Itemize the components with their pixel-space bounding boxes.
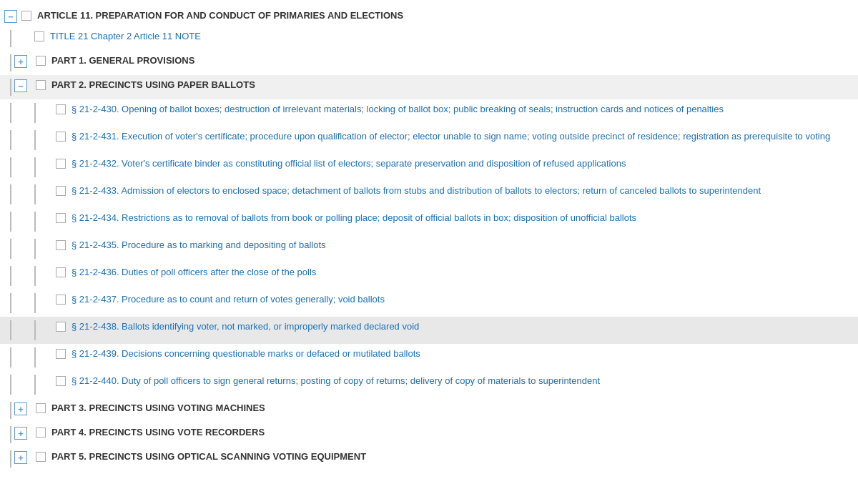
tree-container: − ARTICLE 11. PREPARATION FOR AND CONDUC… (0, 0, 858, 504)
vert-line-article (10, 30, 11, 47)
part4-row: + PART 4. PRECINCTS USING VOTE RECORDERS (0, 423, 858, 447)
s439-checkbox[interactable] (56, 349, 66, 359)
section-437-row: § 21-2-437. Procedure as to count and re… (0, 290, 858, 317)
s434-checkbox[interactable] (56, 213, 66, 223)
section-432-row: § 21-2-432. Voter's certificate binder a… (0, 154, 858, 181)
note-checkbox[interactable] (34, 31, 44, 41)
s430-label[interactable]: § 21-2-430. Opening of ballot boxes; des… (72, 103, 724, 116)
article-label: ARTICLE 11. PREPARATION FOR AND CONDUCT … (37, 9, 403, 22)
vert-line-p2 (10, 79, 11, 96)
s439-label[interactable]: § 21-2-439. Decisions concerning questio… (72, 347, 420, 360)
vert-line-p3 (10, 402, 11, 419)
vert-line-p5 (10, 450, 11, 468)
article-checkbox[interactable] (21, 11, 31, 21)
section-433-row: § 21-2-433. Admission of electors to enc… (0, 181, 858, 208)
s440-label[interactable]: § 21-2-440. Duty of poll officers to sig… (72, 375, 600, 387)
s438-label[interactable]: § 21-2-438. Ballots identifying voter, n… (72, 320, 419, 333)
s433-checkbox[interactable] (56, 186, 66, 196)
part1-checkbox[interactable] (36, 56, 46, 66)
s433-label[interactable]: § 21-2-433. Admission of electors to enc… (72, 184, 761, 197)
note-row: TITLE 21 Chapter 2 Article 11 NOTE (0, 26, 858, 51)
section-438-row: § 21-2-438. Ballots identifying voter, n… (0, 317, 858, 344)
section-434-row: § 21-2-434. Restrictions as to removal o… (0, 208, 858, 235)
part2-row: − PART 2. PRECINCTS USING PAPER BALLOTS (0, 75, 858, 99)
s436-checkbox[interactable] (56, 267, 66, 277)
s435-checkbox[interactable] (56, 240, 66, 250)
s432-label[interactable]: § 21-2-432. Voter's certificate binder a… (72, 157, 626, 170)
section-436-row: § 21-2-436. Duties of poll officers afte… (0, 262, 858, 290)
s438-checkbox[interactable] (56, 322, 66, 332)
section-431-row: § 21-2-431. Execution of voter's certifi… (0, 127, 858, 154)
s434-label[interactable]: § 21-2-434. Restrictions as to removal o… (72, 212, 636, 224)
part3-checkbox[interactable] (36, 403, 46, 413)
section-435-row: § 21-2-435. Procedure as to marking and … (0, 235, 858, 262)
s431-label[interactable]: § 21-2-431. Execution of voter's certifi… (72, 130, 830, 143)
section-430-row: § 21-2-430. Opening of ballot boxes; des… (0, 99, 858, 127)
s437-checkbox[interactable] (56, 295, 66, 305)
note-label[interactable]: TITLE 21 Chapter 2 Article 11 NOTE (50, 30, 201, 43)
part2-checkbox[interactable] (36, 80, 46, 90)
vert-line-p4 (10, 426, 11, 443)
part2-label: PART 2. PRECINCTS USING PAPER BALLOTS (51, 79, 255, 92)
part2-expand-btn[interactable]: − (14, 79, 27, 92)
part3-row: + PART 3. PRECINCTS USING VOTING MACHINE… (0, 398, 858, 423)
part5-row: + PART 5. PRECINCTS USING OPTICAL SCANNI… (0, 447, 858, 471)
part3-expand-btn[interactable]: + (14, 402, 27, 415)
vert-line-p1 (10, 54, 11, 71)
part4-expand-btn[interactable]: + (14, 427, 27, 440)
part4-checkbox[interactable] (36, 428, 46, 438)
section-440-row: § 21-2-440. Duty of poll officers to sig… (0, 371, 858, 398)
part3-label: PART 3. PRECINCTS USING VOTING MACHINES (51, 402, 265, 415)
s432-checkbox[interactable] (56, 159, 66, 169)
part4-label: PART 4. PRECINCTS USING VOTE RECORDERS (51, 426, 265, 439)
article-row: − ARTICLE 11. PREPARATION FOR AND CONDUC… (0, 6, 858, 26)
part5-checkbox[interactable] (36, 452, 46, 462)
part1-row: + PART 1. GENERAL PROVISIONS (0, 51, 858, 75)
part1-expand-btn[interactable]: + (14, 55, 27, 68)
s436-label[interactable]: § 21-2-436. Duties of poll officers afte… (72, 266, 316, 279)
article-expand-btn[interactable]: − (4, 10, 17, 23)
s437-label[interactable]: § 21-2-437. Procedure as to count and re… (72, 293, 385, 306)
s430-checkbox[interactable] (56, 104, 66, 114)
part1-label: PART 1. GENERAL PROVISIONS (51, 54, 194, 67)
s431-checkbox[interactable] (56, 132, 66, 142)
s435-label[interactable]: § 21-2-435. Procedure as to marking and … (72, 239, 326, 252)
section-439-row: § 21-2-439. Decisions concerning questio… (0, 344, 858, 371)
s440-checkbox[interactable] (56, 376, 66, 386)
part5-expand-btn[interactable]: + (14, 451, 27, 464)
part5-label: PART 5. PRECINCTS USING OPTICAL SCANNING… (51, 450, 366, 463)
